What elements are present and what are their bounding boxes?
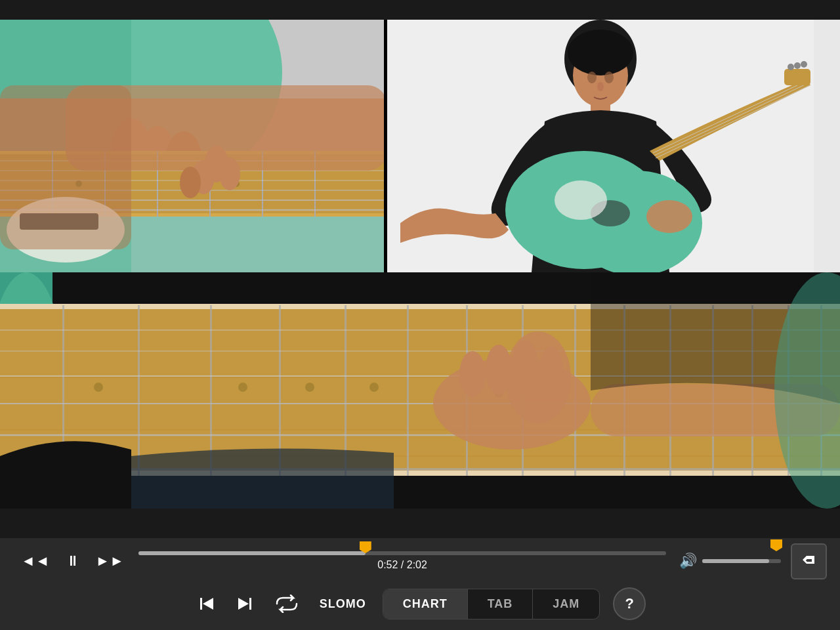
- mode-toggle: CHART TAB JAM: [383, 589, 600, 620]
- top-bar: [0, 0, 840, 20]
- svg-point-44: [788, 64, 794, 70]
- video-left-svg: [0, 20, 387, 272]
- svg-rect-65: [138, 305, 140, 476]
- volume-area: 🔊: [679, 553, 781, 570]
- svg-rect-69: [407, 305, 409, 476]
- skip-start-icon: [198, 595, 216, 613]
- svg-rect-66: [210, 305, 212, 476]
- progress-fill: [138, 551, 366, 555]
- svg-point-86: [238, 383, 247, 392]
- svg-rect-103: [249, 598, 251, 610]
- volume-marker[interactable]: [770, 539, 782, 551]
- svg-point-98: [539, 346, 563, 392]
- svg-point-45: [794, 62, 801, 69]
- volume-icon: 🔊: [679, 553, 697, 570]
- svg-point-97: [512, 340, 538, 392]
- svg-point-46: [801, 61, 807, 68]
- video-fullbody: [387, 20, 840, 272]
- video-area: [0, 20, 840, 538]
- video-right-svg: [387, 20, 814, 272]
- svg-point-48: [555, 180, 607, 220]
- rewind-button[interactable]: ◄◄: [13, 553, 58, 570]
- time-display: 0:52 / 2:02: [377, 559, 427, 571]
- svg-marker-102: [203, 598, 213, 610]
- slomo-button[interactable]: SLOMO: [316, 597, 369, 611]
- svg-point-88: [369, 383, 379, 392]
- fast-forward-button[interactable]: ►►: [88, 553, 133, 570]
- jam-mode-button[interactable]: JAM: [533, 589, 599, 619]
- progress-track[interactable]: [138, 551, 666, 555]
- svg-point-49: [646, 200, 692, 233]
- svg-point-87: [305, 383, 314, 392]
- svg-rect-92: [0, 476, 118, 509]
- skip-end-icon: [236, 595, 254, 613]
- skip-to-start-button[interactable]: [194, 595, 219, 613]
- chart-mode-button[interactable]: CHART: [383, 589, 468, 619]
- volume-fill: [702, 559, 769, 563]
- svg-point-85: [94, 383, 103, 392]
- svg-point-50: [587, 72, 597, 83]
- return-arrow-icon: [801, 553, 817, 569]
- video-closeup: [0, 20, 387, 272]
- loop-icon: [274, 595, 300, 613]
- top-videos: [0, 20, 840, 272]
- svg-point-32: [180, 167, 201, 198]
- bottom-toolbar: SLOMO CHART TAB JAM ?: [0, 584, 840, 630]
- svg-rect-28: [0, 85, 131, 249]
- tab-mode-button[interactable]: TAB: [468, 589, 534, 619]
- controls-bar: ◄◄ ⏸ ►► 0:52 / 2:02 🔊: [0, 538, 840, 584]
- video-neck-wide: [0, 272, 840, 538]
- pause-button[interactable]: ⏸: [58, 553, 88, 570]
- svg-rect-101: [200, 598, 202, 610]
- svg-point-52: [597, 82, 604, 91]
- svg-rect-43: [784, 69, 810, 85]
- skip-to-end-button[interactable]: [232, 595, 257, 613]
- progress-area: 0:52 / 2:02: [138, 551, 666, 571]
- help-button[interactable]: ?: [613, 587, 646, 620]
- svg-point-95: [459, 351, 486, 397]
- svg-point-30: [219, 158, 240, 190]
- svg-point-51: [604, 72, 614, 83]
- loop-button[interactable]: [270, 595, 303, 613]
- volume-track[interactable]: [702, 559, 781, 563]
- svg-point-36: [568, 30, 633, 75]
- return-button[interactable]: [791, 543, 827, 579]
- svg-marker-104: [238, 598, 249, 610]
- svg-point-96: [486, 345, 512, 394]
- video-bottom-svg: [0, 272, 840, 509]
